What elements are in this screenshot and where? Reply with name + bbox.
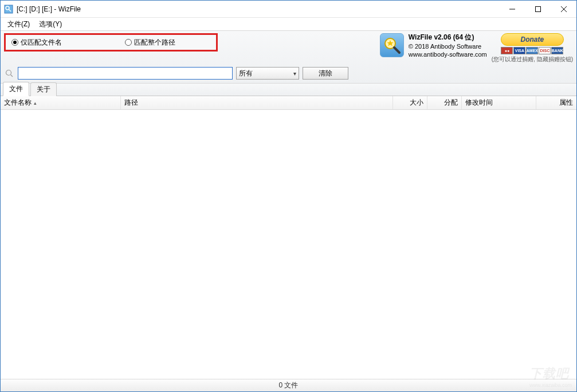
radio-match-fullpath-label: 匹配整个路径 [134,38,175,47]
radio-match-filename[interactable]: 仅匹配文件名 [11,38,62,47]
donate-area: Donate ●● VISA AMEX DISC BANK (您可以通过捐赠, … [492,33,573,64]
svg-rect-4 [535,6,540,11]
svg-point-10 [6,70,11,76]
radio-match-fullpath[interactable]: 匹配整个路径 [125,38,175,47]
filter-combo[interactable]: 所有 ▾ [236,67,299,80]
clear-button[interactable]: 清除 [303,67,348,80]
titlebar: [C:] [D:] [E:] - WizFile [1,1,576,18]
menubar: 文件(Z) 选项(Y) [1,18,576,30]
search-row: 所有 ▾ 清除 [4,67,573,80]
statusbar: 0 文件 [1,379,576,391]
payment-icons: ●● VISA AMEX DISC BANK [501,47,563,54]
status-text: 0 文件 [278,381,298,390]
chevron-down-icon: ▾ [293,70,296,77]
window-title: [C:] [D:] [E:] - WizFile [17,5,81,13]
window-buttons [499,1,576,17]
col-filename[interactable]: 文件名称 [1,96,121,109]
app-logo-icon [380,33,404,57]
tab-about[interactable]: 关于 [30,82,57,96]
tabbar: 文件 关于 [1,84,576,96]
amex-icon: AMEX [526,47,538,54]
svg-line-11 [11,75,13,77]
filter-selected: 所有 [239,69,253,78]
minimize-button[interactable] [499,1,525,17]
radio-match-filename-label: 仅匹配文件名 [21,38,62,47]
app-url: www.antibody-software.com [409,50,487,58]
close-button[interactable] [551,1,576,17]
mastercard-icon: ●● [501,47,513,54]
info-panel: WizFile v2.06 (64 位) © 2018 Antibody Sof… [380,33,573,64]
col-mtime[interactable]: 修改时间 [462,96,536,109]
file-list[interactable] [1,110,576,392]
bank-icon: BANK [551,47,563,54]
donate-button[interactable]: Donate [501,33,564,46]
menu-options[interactable]: 选项(Y) [34,18,66,30]
col-attr[interactable]: 属性 [536,96,576,109]
search-icon [4,68,14,78]
info-text: WizFile v2.06 (64 位) © 2018 Antibody Sof… [409,33,487,58]
col-size[interactable]: 大小 [393,96,427,109]
app-icon [4,5,13,14]
col-alloc[interactable]: 分配 [427,96,462,109]
column-headers: 文件名称 路径 大小 分配 修改时间 属性 [1,96,576,110]
tab-file[interactable]: 文件 [3,82,29,96]
donate-hint: (您可以通过捐赠, 隐藏捐赠按钮) [492,56,573,64]
toolbar: 仅匹配文件名 匹配整个路径 WizFile v2.06 (64 位) © 201… [1,30,576,84]
menu-file[interactable]: 文件(Z) [3,18,34,30]
discover-icon: DISC [539,47,551,54]
radio-icon [11,39,18,46]
app-copyright: © 2018 Antibody Software [409,42,487,50]
visa-icon: VISA [513,47,525,54]
maximize-button[interactable] [525,1,551,17]
match-mode-group: 仅匹配文件名 匹配整个路径 [4,33,218,52]
svg-line-9 [394,47,399,53]
app-version: WizFile v2.06 (64 位) [409,33,487,42]
search-input[interactable] [18,67,233,80]
col-path[interactable]: 路径 [121,96,393,109]
radio-icon [125,39,132,46]
